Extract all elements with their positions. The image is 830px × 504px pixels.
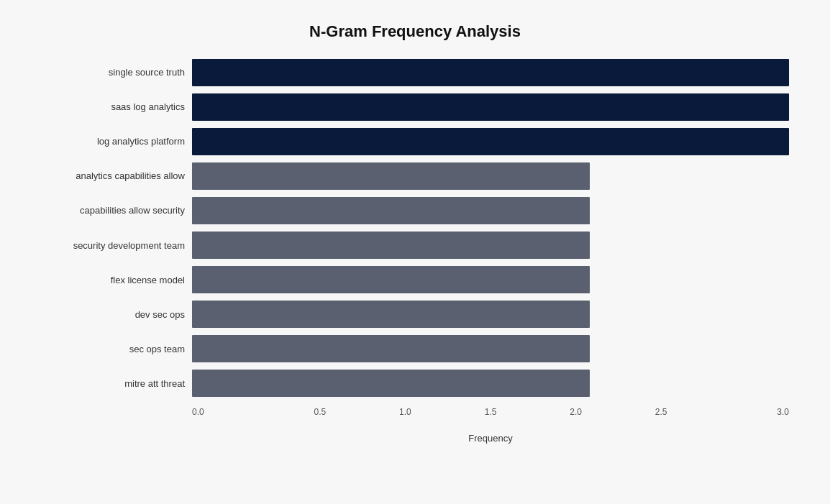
bar-row: dev sec ops [192,297,789,331]
x-tick: 0.5 [278,407,363,417]
bar-label: log analytics platform [41,136,185,147]
x-tick: 1.0 [362,407,448,417]
bar-label: sec ops team [41,344,185,354]
bar-label: saas log analytics [41,101,185,112]
bar-row: mitre att threat [192,366,789,400]
bar-fill [192,232,590,259]
bar-fill [192,59,789,86]
bar-track [192,161,789,191]
bar-label: capabilities allow security [41,205,185,216]
bar-track [192,299,789,329]
bar-fill [192,93,789,121]
bar-label: mitre att threat [41,378,185,389]
bar-label: security development team [41,240,185,251]
bar-fill [192,335,590,362]
bars-section: single source truthsaas log analyticslog… [41,55,789,401]
bar-row: single source truth [192,55,789,90]
bar-row: log analytics platform [192,124,789,159]
bar-label: flex license model [41,275,185,285]
bar-track [192,58,789,88]
bar-fill [192,266,590,293]
bar-track [192,127,789,157]
bar-row: analytics capabilities allow [192,159,789,193]
bar-row: flex license model [192,262,789,297]
bar-track [192,368,789,398]
bar-row: sec ops team [192,331,789,366]
bar-label: single source truth [41,67,185,78]
x-axis: 0.00.51.01.52.02.53.0 [41,407,789,417]
bar-track [192,265,789,295]
x-tick: 3.0 [703,407,789,417]
x-tick: 2.5 [619,407,704,417]
chart-area: single source truthsaas log analyticslog… [41,55,789,444]
bar-fill [192,162,590,190]
bar-fill [192,197,590,224]
bar-fill [192,128,789,155]
bar-row: security development team [192,228,789,262]
bar-row: capabilities allow security [192,193,789,228]
bar-label: analytics capabilities allow [41,170,185,181]
bar-track [192,334,789,364]
chart-container: N-Gram Frequency Analysis single source … [19,8,811,497]
bar-track [192,230,789,260]
x-axis-label: Frequency [41,433,789,444]
bar-track [192,92,789,122]
bar-fill [192,301,590,328]
x-tick: 1.5 [448,407,534,417]
bar-row: saas log analytics [192,90,789,124]
bar-fill [192,370,590,397]
bar-track [192,196,789,226]
x-tick: 2.0 [533,407,619,417]
bar-label: dev sec ops [41,309,185,320]
chart-title: N-Gram Frequency Analysis [41,22,789,41]
x-tick: 0.0 [192,407,278,417]
